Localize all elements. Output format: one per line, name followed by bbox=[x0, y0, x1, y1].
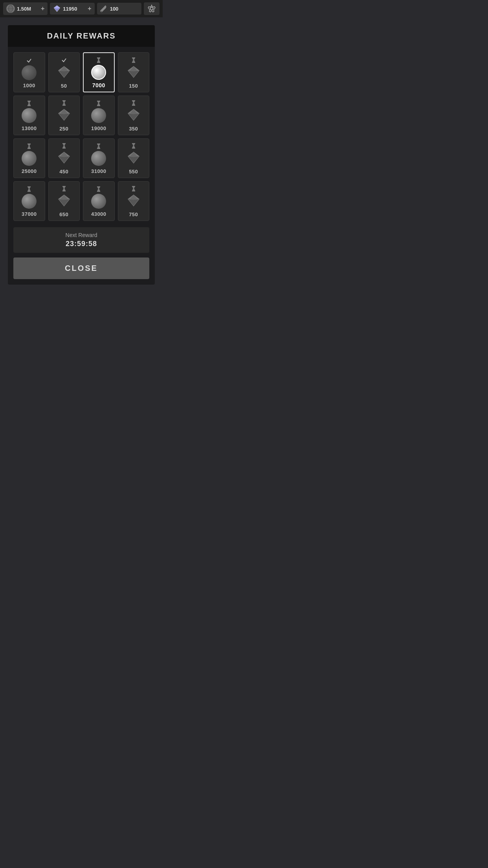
reward-cell-14: 650 bbox=[48, 181, 80, 221]
reward-value: 650 bbox=[59, 211, 68, 217]
currency1-add[interactable]: + bbox=[41, 5, 44, 12]
next-reward-box: Next Reward 23:59:58 bbox=[13, 227, 149, 253]
reward-cell-6: 250 bbox=[48, 96, 80, 135]
reward-cell-10: 450 bbox=[48, 138, 80, 178]
hourglass-icon bbox=[26, 186, 32, 192]
diamond-reward-icon bbox=[57, 193, 71, 211]
reward-cell-4: 150 bbox=[118, 52, 150, 92]
coin-icon bbox=[22, 151, 37, 166]
gear-icon bbox=[147, 4, 156, 13]
currency1-widget: 1.50M + bbox=[3, 2, 48, 15]
hourglass-icon bbox=[131, 186, 136, 192]
coin-icon bbox=[91, 65, 106, 80]
settings-button[interactable] bbox=[144, 2, 160, 15]
hourglass-icon bbox=[61, 143, 67, 149]
hourglass-icon bbox=[61, 186, 67, 192]
reward-value: 43000 bbox=[91, 211, 106, 217]
reward-value: 550 bbox=[129, 169, 138, 175]
currency2-add[interactable]: + bbox=[88, 5, 91, 12]
reward-value: 250 bbox=[59, 126, 68, 132]
hourglass-icon bbox=[131, 143, 136, 149]
currency3-widget: 100 bbox=[97, 3, 141, 15]
reward-value: 350 bbox=[129, 126, 138, 132]
currency1-value: 1.50M bbox=[17, 6, 39, 12]
coin-icon bbox=[91, 194, 106, 209]
currency2-widget: 11950 + bbox=[50, 3, 94, 15]
reward-cell-9: 25000 bbox=[13, 138, 45, 178]
reward-cell-5: 13000 bbox=[13, 96, 45, 135]
reward-value: 37000 bbox=[22, 211, 37, 217]
hourglass-icon bbox=[26, 143, 32, 149]
diamond-reward-icon bbox=[57, 151, 71, 169]
modal-title: DAILY REWARS bbox=[14, 31, 149, 40]
hourglass-icon bbox=[26, 100, 32, 107]
rewards-grid: 1000 507000 15013000 25019000 35025000 bbox=[13, 52, 149, 221]
reward-cell-11: 31000 bbox=[83, 138, 115, 178]
background-area: DAILY REWARS 1000 507000 15013000 250190… bbox=[0, 17, 163, 296]
next-reward-label: Next Reward bbox=[20, 232, 143, 238]
reward-cell-7: 19000 bbox=[83, 96, 115, 135]
hourglass-icon bbox=[96, 186, 101, 192]
diamond-reward-icon bbox=[127, 108, 141, 126]
check-icon bbox=[61, 57, 67, 63]
planet-icon bbox=[6, 4, 15, 13]
coin-icon bbox=[22, 65, 37, 80]
close-button[interactable]: CLOSE bbox=[13, 257, 149, 279]
currency3-value: 100 bbox=[110, 6, 138, 12]
reward-cell-13: 37000 bbox=[13, 181, 45, 221]
reward-value: 31000 bbox=[91, 168, 106, 174]
coin-icon bbox=[22, 194, 37, 209]
diamond-reward-icon bbox=[127, 65, 141, 83]
check-icon bbox=[26, 57, 32, 64]
hourglass-icon bbox=[96, 100, 101, 107]
reward-cell-16: 750 bbox=[118, 181, 150, 221]
top-bar: 1.50M + 11950 + 100 bbox=[0, 0, 163, 17]
reward-value: 19000 bbox=[91, 125, 106, 131]
svg-point-6 bbox=[150, 7, 153, 10]
hourglass-icon bbox=[61, 100, 67, 106]
reward-cell-2: 50 bbox=[48, 52, 80, 92]
hourglass-icon bbox=[96, 57, 101, 63]
coin-icon bbox=[91, 151, 106, 166]
hourglass-icon bbox=[131, 100, 136, 106]
reward-cell-8: 350 bbox=[118, 96, 150, 135]
reward-cell-12: 550 bbox=[118, 138, 150, 178]
modal-body: 1000 507000 15013000 25019000 35025000 bbox=[8, 47, 155, 285]
wrench-icon bbox=[100, 5, 108, 13]
modal-header: DAILY REWARS bbox=[8, 25, 155, 47]
svg-point-5 bbox=[101, 11, 102, 12]
diamond-reward-icon bbox=[127, 151, 141, 169]
next-reward-timer: 23:59:58 bbox=[20, 240, 143, 248]
reward-value: 7000 bbox=[92, 82, 105, 88]
reward-cell-3: 7000 bbox=[83, 52, 115, 92]
hourglass-icon bbox=[131, 57, 136, 63]
reward-value: 150 bbox=[129, 83, 138, 89]
reward-value: 25000 bbox=[22, 168, 37, 174]
reward-value: 450 bbox=[59, 169, 68, 175]
currency2-value: 11950 bbox=[63, 6, 86, 12]
reward-cell-15: 43000 bbox=[83, 181, 115, 221]
reward-value: 50 bbox=[61, 83, 67, 89]
diamond-reward-icon bbox=[127, 193, 141, 211]
coin-icon bbox=[91, 108, 106, 123]
daily-rewards-modal: DAILY REWARS 1000 507000 15013000 250190… bbox=[8, 25, 155, 285]
reward-value: 1000 bbox=[23, 83, 35, 88]
diamond-reward-icon bbox=[57, 65, 71, 83]
reward-value: 13000 bbox=[22, 125, 37, 131]
reward-cell-1: 1000 bbox=[13, 52, 45, 92]
diamond-top-icon bbox=[53, 5, 61, 13]
reward-value: 750 bbox=[129, 211, 138, 217]
coin-icon bbox=[22, 108, 37, 123]
diamond-reward-icon bbox=[57, 108, 71, 126]
hourglass-icon bbox=[96, 143, 101, 149]
